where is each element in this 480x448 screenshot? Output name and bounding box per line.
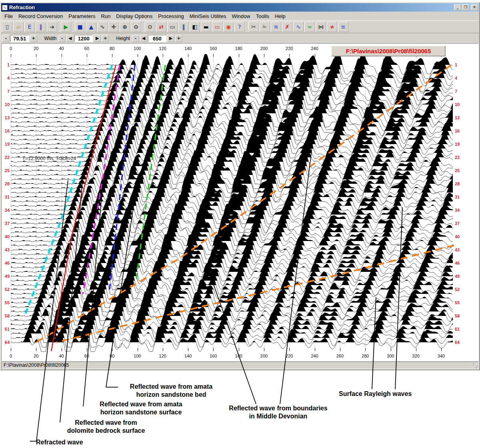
annotation-middle-devonian: Reflected wave from boundaries in Middle…	[217, 404, 339, 420]
spectrum-icon[interactable]: ∿	[293, 22, 304, 32]
minimize-button[interactable]: _	[454, 4, 461, 10]
resize-grip[interactable]	[473, 363, 478, 368]
mute-wave-icon[interactable]: ≋	[271, 22, 281, 32]
stop-square-icon[interactable]: ■	[75, 22, 85, 32]
maximize-button[interactable]: ❐	[462, 4, 469, 10]
menu-item-processing[interactable]: Processing	[155, 12, 186, 20]
pan-icon[interactable]: ✚	[108, 22, 119, 32]
annotation-amata-bed: Reflected wave from amata horizon sandst…	[117, 383, 225, 398]
help-icon[interactable]: ?	[234, 22, 245, 32]
screen: ∿ Refraction _ ❐ ✕ FileRecord Conversion…	[0, 0, 480, 448]
filter-icon[interactable]: ≈	[304, 22, 315, 32]
title-bar[interactable]: ∿ Refraction _ ❐ ✕	[1, 3, 479, 12]
run-icon[interactable]: ▶	[61, 22, 71, 32]
menu-item-window[interactable]: Window	[229, 12, 253, 20]
file-label: F:\Plavinas\2008\Pr08\fil20065	[331, 46, 446, 56]
height-next-button[interactable]: ▶	[167, 35, 174, 42]
pause-icon[interactable]: ‖	[36, 22, 46, 32]
height-minus-button[interactable]: -	[132, 35, 139, 42]
gain-field[interactable]: 79.51	[10, 35, 29, 42]
status-text: F:\Plavinas\2008\Pr08\fil20065	[4, 362, 69, 368]
gain-minus-button[interactable]: -	[2, 35, 10, 42]
width-minus-button[interactable]: -	[58, 35, 66, 42]
plot-area[interactable]: F:\Plavinas\2008\Pr08\fil20065 T=12.9000…	[1, 43, 479, 361]
edit-e-icon[interactable]: E	[24, 22, 35, 32]
stack-icon[interactable]: ≊	[338, 22, 348, 32]
toolbar: ▯▱E‖➔▶■▲∿✚⊕⊖⊙⇄▭‖◧▬▭◉?✂✁≋✗∿≈⋈≉≊	[1, 20, 479, 33]
width-field[interactable]: 1200	[74, 35, 93, 42]
seismogram-canvas[interactable]	[2, 44, 478, 361]
width-next-button[interactable]: ▶	[94, 35, 101, 42]
annotation-dolomite: Reflected wave from dolomite bedrock sur…	[58, 419, 154, 434]
crossplot-icon[interactable]: ⋈	[316, 22, 326, 32]
zoom-in-icon[interactable]: ⊕	[120, 22, 130, 32]
param-bar: - 79.51 + Width - ◀ 1200 ▶ + Height - ◀ …	[1, 33, 479, 43]
swap-icon[interactable]: ⇄	[156, 22, 166, 32]
normal-view-icon[interactable]: ▭	[167, 22, 178, 32]
height-plus-button[interactable]: +	[175, 35, 182, 42]
menu-item-record-conversion[interactable]: Record Conversion	[16, 12, 66, 20]
window-title: Refraction	[9, 4, 453, 10]
width-plus-button[interactable]: +	[102, 35, 109, 42]
status-bar: F:\Plavinas\2008\Pr08\fil20065	[1, 362, 479, 369]
annotation-refracted-wave: Refracted wave	[36, 438, 83, 446]
annotation-amata-surface: Reflected wave from amata horizon sandst…	[84, 400, 198, 416]
wiggle-icon[interactable]: ∿	[97, 22, 108, 32]
menu-bar: FileRecord ConversionParametersRunDispla…	[1, 12, 479, 20]
menu-item-help[interactable]: Help	[272, 12, 288, 20]
height-label: Height	[116, 36, 130, 41]
refraction-window: ∿ Refraction _ ❐ ✕ FileRecord Conversion…	[0, 2, 480, 370]
amplitude-icon[interactable]: ▲	[86, 22, 96, 32]
menu-item-parameters[interactable]: Parameters	[66, 12, 98, 20]
app-icon: ∿	[2, 5, 8, 10]
width-prev-button[interactable]: ◀	[66, 35, 74, 42]
export-icon[interactable]: ➔	[47, 22, 57, 32]
menu-item-file[interactable]: File	[2, 12, 16, 20]
contrast-icon[interactable]: ◧	[190, 22, 200, 32]
cut-icon[interactable]: ✂	[248, 22, 259, 32]
zoom-out-icon[interactable]: ⊖	[131, 22, 141, 32]
annotation-rayleigh: Surface Rayleigh waves	[339, 390, 412, 398]
gain-plus-button[interactable]: +	[30, 35, 37, 42]
cut-trace-icon[interactable]: ✁	[260, 22, 270, 32]
height-field[interactable]: 650	[148, 35, 166, 42]
close-button[interactable]: ✕	[471, 4, 478, 10]
fill-icon[interactable]: ▬	[201, 22, 211, 32]
menu-item-miniseis-utilites[interactable]: MiniSeis Utilites	[187, 12, 229, 20]
new-file-icon[interactable]: ▯	[2, 22, 12, 32]
pause-display-icon[interactable]: ‖	[178, 22, 189, 32]
cursor-readout: T=12.9000 ms, Trace=24	[22, 156, 76, 161]
globe-icon[interactable]: ◉	[223, 22, 234, 32]
menu-item-display-options[interactable]: Display Options	[113, 12, 155, 20]
velocity-icon[interactable]: ≉	[327, 22, 337, 32]
red-frame-icon[interactable]: ▭	[212, 22, 222, 32]
zoom-reset-icon[interactable]: ⊙	[145, 22, 155, 32]
height-prev-button[interactable]: ◀	[140, 35, 147, 42]
open-folder-icon[interactable]: ▱	[13, 22, 24, 32]
kill-trace-icon[interactable]: ✗	[282, 22, 292, 32]
menu-item-toolls[interactable]: Toolls	[253, 12, 272, 20]
menu-item-run[interactable]: Run	[98, 12, 113, 20]
width-label: Width	[44, 36, 57, 41]
